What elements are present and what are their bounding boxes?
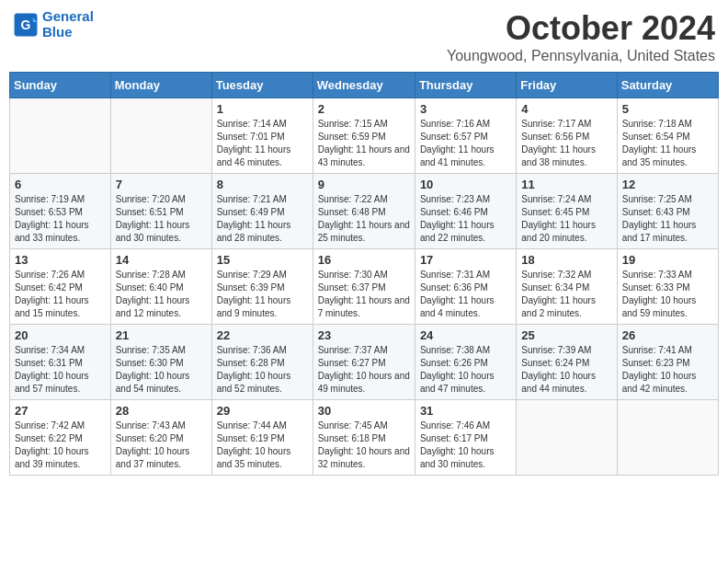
- day-number: 21: [116, 328, 207, 342]
- weekday-header-row: SundayMondayTuesdayWednesdayThursdayFrid…: [10, 73, 719, 98]
- day-info: Sunrise: 7:36 AMSunset: 6:28 PMDaylight:…: [217, 344, 308, 396]
- day-info: Sunrise: 7:46 AMSunset: 6:17 PMDaylight:…: [420, 419, 511, 471]
- day-info: Sunrise: 7:28 AMSunset: 6:40 PMDaylight:…: [116, 269, 207, 320]
- location-title: Youngwood, Pennsylvania, United States: [447, 48, 715, 64]
- day-number: 9: [318, 178, 410, 191]
- calendar-cell: [110, 98, 211, 174]
- day-info: Sunrise: 7:34 AMSunset: 6:31 PMDaylight:…: [15, 344, 106, 396]
- weekday-header-tuesday: Tuesday: [211, 73, 313, 98]
- weekday-header-thursday: Thursday: [415, 73, 516, 98]
- day-number: 7: [116, 178, 207, 191]
- day-info: Sunrise: 7:38 AMSunset: 6:26 PMDaylight:…: [420, 344, 511, 396]
- month-title: October 2024: [447, 9, 715, 48]
- calendar-cell: 27Sunrise: 7:42 AMSunset: 6:22 PMDayligh…: [10, 400, 111, 476]
- title-section: October 2024 Youngwood, Pennsylvania, Un…: [447, 9, 715, 64]
- day-number: 2: [318, 102, 410, 116]
- calendar-cell: 20Sunrise: 7:34 AMSunset: 6:31 PMDayligh…: [10, 325, 111, 400]
- day-number: 26: [622, 328, 713, 342]
- calendar-cell: 14Sunrise: 7:28 AMSunset: 6:40 PMDayligh…: [110, 249, 211, 325]
- day-number: 18: [521, 253, 611, 267]
- page-header: G General Blue October 2024 Youngwood, P…: [9, 9, 719, 64]
- calendar-cell: 28Sunrise: 7:43 AMSunset: 6:20 PMDayligh…: [110, 400, 211, 476]
- weekday-header-monday: Monday: [110, 73, 211, 98]
- day-info: Sunrise: 7:24 AMSunset: 6:45 PMDaylight:…: [521, 193, 611, 245]
- calendar-cell: 1Sunrise: 7:14 AMSunset: 7:01 PMDaylight…: [211, 98, 313, 174]
- day-info: Sunrise: 7:37 AMSunset: 6:27 PMDaylight:…: [318, 344, 410, 396]
- day-number: 12: [622, 178, 713, 191]
- day-number: 30: [318, 404, 410, 418]
- calendar-cell: 29Sunrise: 7:44 AMSunset: 6:19 PMDayligh…: [211, 400, 313, 476]
- day-info: Sunrise: 7:16 AMSunset: 6:57 PMDaylight:…: [420, 118, 511, 169]
- day-number: 13: [15, 253, 106, 267]
- calendar-cell: 24Sunrise: 7:38 AMSunset: 6:26 PMDayligh…: [415, 325, 516, 400]
- day-number: 17: [420, 253, 511, 267]
- calendar-cell: 21Sunrise: 7:35 AMSunset: 6:30 PMDayligh…: [110, 325, 211, 400]
- day-info: Sunrise: 7:17 AMSunset: 6:56 PMDaylight:…: [521, 118, 611, 169]
- calendar-cell: 25Sunrise: 7:39 AMSunset: 6:24 PMDayligh…: [517, 325, 617, 400]
- logo-icon: G: [13, 12, 39, 38]
- day-info: Sunrise: 7:41 AMSunset: 6:23 PMDaylight:…: [622, 344, 713, 396]
- calendar-cell: 5Sunrise: 7:18 AMSunset: 6:54 PMDaylight…: [617, 98, 718, 174]
- day-number: 14: [116, 253, 207, 267]
- calendar-cell: [617, 400, 718, 476]
- calendar-cell: 30Sunrise: 7:45 AMSunset: 6:18 PMDayligh…: [313, 400, 415, 476]
- calendar-cell: 17Sunrise: 7:31 AMSunset: 6:36 PMDayligh…: [415, 249, 516, 325]
- day-number: 1: [217, 102, 308, 116]
- day-number: 19: [622, 253, 713, 267]
- day-number: 15: [217, 253, 308, 267]
- day-number: 23: [318, 328, 410, 342]
- calendar-cell: 19Sunrise: 7:33 AMSunset: 6:33 PMDayligh…: [617, 249, 718, 325]
- calendar-cell: 31Sunrise: 7:46 AMSunset: 6:17 PMDayligh…: [415, 400, 516, 476]
- weekday-header-sunday: Sunday: [10, 73, 111, 98]
- calendar-cell: 6Sunrise: 7:19 AMSunset: 6:53 PMDaylight…: [10, 174, 111, 249]
- day-info: Sunrise: 7:22 AMSunset: 6:48 PMDaylight:…: [318, 193, 410, 245]
- day-info: Sunrise: 7:23 AMSunset: 6:46 PMDaylight:…: [420, 193, 511, 245]
- day-number: 31: [420, 404, 511, 418]
- day-info: Sunrise: 7:44 AMSunset: 6:19 PMDaylight:…: [217, 419, 308, 471]
- calendar-week-row: 1Sunrise: 7:14 AMSunset: 7:01 PMDaylight…: [10, 98, 719, 174]
- day-info: Sunrise: 7:42 AMSunset: 6:22 PMDaylight:…: [15, 419, 106, 471]
- day-info: Sunrise: 7:25 AMSunset: 6:43 PMDaylight:…: [622, 193, 713, 245]
- calendar-cell: 4Sunrise: 7:17 AMSunset: 6:56 PMDaylight…: [517, 98, 617, 174]
- calendar-cell: 9Sunrise: 7:22 AMSunset: 6:48 PMDaylight…: [313, 174, 415, 249]
- calendar-week-row: 6Sunrise: 7:19 AMSunset: 6:53 PMDaylight…: [10, 174, 719, 249]
- day-number: 16: [318, 253, 410, 267]
- calendar-cell: 13Sunrise: 7:26 AMSunset: 6:42 PMDayligh…: [10, 249, 111, 325]
- day-info: Sunrise: 7:29 AMSunset: 6:39 PMDaylight:…: [217, 269, 308, 320]
- day-info: Sunrise: 7:43 AMSunset: 6:20 PMDaylight:…: [116, 419, 207, 471]
- day-number: 6: [15, 178, 106, 191]
- day-number: 27: [15, 404, 106, 418]
- day-info: Sunrise: 7:18 AMSunset: 6:54 PMDaylight:…: [622, 118, 713, 169]
- calendar-cell: 10Sunrise: 7:23 AMSunset: 6:46 PMDayligh…: [415, 174, 516, 249]
- calendar-cell: 23Sunrise: 7:37 AMSunset: 6:27 PMDayligh…: [313, 325, 415, 400]
- day-info: Sunrise: 7:14 AMSunset: 7:01 PMDaylight:…: [217, 118, 308, 169]
- calendar-cell: 12Sunrise: 7:25 AMSunset: 6:43 PMDayligh…: [617, 174, 718, 249]
- calendar-cell: 15Sunrise: 7:29 AMSunset: 6:39 PMDayligh…: [211, 249, 313, 325]
- day-number: 22: [217, 328, 308, 342]
- weekday-header-friday: Friday: [517, 73, 617, 98]
- day-number: 28: [116, 404, 207, 418]
- day-number: 20: [15, 328, 106, 342]
- day-info: Sunrise: 7:30 AMSunset: 6:37 PMDaylight:…: [318, 269, 410, 320]
- day-info: Sunrise: 7:45 AMSunset: 6:18 PMDaylight:…: [318, 419, 410, 471]
- day-number: 10: [420, 178, 511, 191]
- weekday-header-saturday: Saturday: [617, 73, 718, 98]
- day-info: Sunrise: 7:31 AMSunset: 6:36 PMDaylight:…: [420, 269, 511, 320]
- calendar-cell: 11Sunrise: 7:24 AMSunset: 6:45 PMDayligh…: [517, 174, 617, 249]
- calendar-cell: 18Sunrise: 7:32 AMSunset: 6:34 PMDayligh…: [517, 249, 617, 325]
- day-info: Sunrise: 7:32 AMSunset: 6:34 PMDaylight:…: [521, 269, 611, 320]
- calendar-table: SundayMondayTuesdayWednesdayThursdayFrid…: [9, 72, 719, 476]
- calendar-cell: 3Sunrise: 7:16 AMSunset: 6:57 PMDaylight…: [415, 98, 516, 174]
- calendar-cell: 26Sunrise: 7:41 AMSunset: 6:23 PMDayligh…: [617, 325, 718, 400]
- day-number: 24: [420, 328, 511, 342]
- logo: G General Blue: [13, 9, 94, 40]
- calendar-cell: [10, 98, 111, 174]
- day-number: 4: [521, 102, 611, 116]
- day-number: 25: [521, 328, 611, 342]
- calendar-cell: 22Sunrise: 7:36 AMSunset: 6:28 PMDayligh…: [211, 325, 313, 400]
- day-info: Sunrise: 7:26 AMSunset: 6:42 PMDaylight:…: [15, 269, 106, 320]
- calendar-cell: 7Sunrise: 7:20 AMSunset: 6:51 PMDaylight…: [110, 174, 211, 249]
- calendar-week-row: 13Sunrise: 7:26 AMSunset: 6:42 PMDayligh…: [10, 249, 719, 325]
- calendar-cell: [517, 400, 617, 476]
- day-info: Sunrise: 7:21 AMSunset: 6:49 PMDaylight:…: [217, 193, 308, 245]
